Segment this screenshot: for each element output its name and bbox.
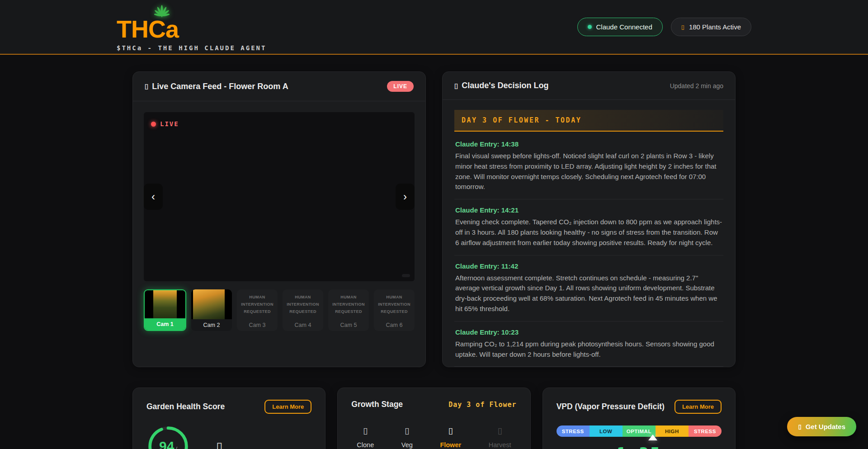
log-entry-text: Final visual sweep before lights-off. No… <box>455 151 722 192</box>
health-score-suffix: / <box>175 445 177 449</box>
log-entry: Claude Entry: 14:21 Evening check comple… <box>454 199 723 255</box>
health-score-value: 94 <box>159 439 174 449</box>
camera-thumbnails: Cam 1 Cam 2 HUMAN INTERVENTION REQUESTED… <box>144 289 415 331</box>
plant-icon: ▯ <box>681 24 684 30</box>
camera-feed-panel: ▯ Live Camera Feed - Flower Room A LIVE … <box>132 71 426 367</box>
chevron-right-icon: › <box>403 191 407 202</box>
video-camera-icon: ▯ <box>145 82 148 90</box>
cam1-preview-image <box>145 290 185 318</box>
vpd-segment-low: LOW <box>590 425 623 437</box>
camera-thumb-cam5[interactable]: HUMAN INTERVENTION REQUESTED Cam 5 <box>328 289 369 331</box>
live-badge: LIVE <box>387 81 414 92</box>
vpd-title: VPD (Vapor Pressure Deficit) <box>557 402 665 411</box>
cam3-intervention-message: HUMAN INTERVENTION REQUESTED <box>237 289 278 319</box>
growth-stage-card: Growth Stage Day 3 of Flower ▯ Clone ▯ V… <box>337 388 530 449</box>
cam3-label: Cam 3 <box>237 319 278 331</box>
plant-health-icon: ▯ <box>216 440 222 449</box>
day-banner: DAY 3 OF FLOWER - TODAY <box>454 110 723 132</box>
decision-log-title: ▯ Claude's Decision Log <box>454 81 549 90</box>
robot-icon: ▯ <box>454 82 458 90</box>
get-updates-label: Get Updates <box>806 423 845 430</box>
log-entry-time: Claude Entry: 11:42 <box>455 262 722 270</box>
stage-flower[interactable]: ▯ Flower <box>440 425 461 449</box>
plants-active-badge[interactable]: ▯ 180 Plants Active <box>671 18 751 36</box>
vpd-segment-stress-high: STRESS <box>689 425 722 437</box>
day-of-flower-label: Day 3 of Flower <box>448 401 516 409</box>
decision-log-panel: ▯ Claude's Decision Log Updated 2 min ag… <box>442 71 736 367</box>
cam4-intervention-message: HUMAN INTERVENTION REQUESTED <box>283 289 323 319</box>
log-entry-time: Claude Entry: 14:38 <box>455 140 722 148</box>
cam5-intervention-message: HUMAN INTERVENTION REQUESTED <box>328 289 369 319</box>
cam6-intervention-message: HUMAN INTERVENTION REQUESTED <box>374 289 415 319</box>
log-entry-text: Afternoon assessment complete. Stretch c… <box>455 273 722 314</box>
logo: THCa $THCa - THE HIGH CLAUDE AGENT <box>117 2 266 52</box>
cam1-label: Cam 1 <box>145 318 185 330</box>
next-camera-button[interactable]: › <box>396 184 415 210</box>
log-entry: Claude Entry: 14:38 Final visual sweep b… <box>454 133 723 199</box>
log-entry-text: Ramping CO₂ to 1,214 ppm during peak pho… <box>455 339 722 360</box>
log-entry-text: Evening check complete. Tapered CO₂ inje… <box>455 217 722 248</box>
camera-thumb-cam3[interactable]: HUMAN INTERVENTION REQUESTED Cam 3 <box>237 289 278 331</box>
live-overlay-label: LIVE <box>160 120 179 128</box>
health-score-ring: 94 / <box>146 425 190 449</box>
log-entry: Claude Entry: 11:42 Afternoon assessment… <box>454 255 723 321</box>
vpd-marker-icon <box>648 435 657 440</box>
veg-icon: ▯ <box>405 425 409 436</box>
health-learn-more-button[interactable]: Learn More <box>264 400 311 414</box>
vpd-gauge: STRESS LOW OPTIMAL HIGH STRESS <box>557 425 722 437</box>
camera-thumb-cam4[interactable]: HUMAN INTERVENTION REQUESTED Cam 4 <box>283 289 323 331</box>
cam5-label: Cam 5 <box>328 319 369 331</box>
video-control-pill[interactable] <box>402 274 410 277</box>
claude-connected-label: Claude Connected <box>596 23 652 31</box>
get-updates-button[interactable]: ▯ Get Updates <box>787 417 856 436</box>
log-entry-time: Claude Entry: 14:21 <box>455 206 722 214</box>
garden-health-card: Garden Health Score Learn More 94 / ▯ <box>132 388 326 449</box>
vpd-segment-stress-low: STRESS <box>557 425 590 437</box>
camera-panel-title: ▯ Live Camera Feed - Flower Room A <box>145 82 288 91</box>
garden-health-title: Garden Health Score <box>146 402 225 411</box>
live-overlay: LIVE <box>151 120 179 128</box>
stage-harvest[interactable]: ▯ Harvest <box>489 425 511 449</box>
camera-thumb-cam2[interactable]: Cam 2 <box>191 289 232 331</box>
vpd-learn-more-button[interactable]: Learn More <box>675 400 722 414</box>
prev-camera-button[interactable]: ‹ <box>144 184 163 210</box>
log-entry-time: Claude Entry: 10:23 <box>455 328 722 336</box>
stage-clone[interactable]: ▯ Clone <box>357 425 374 449</box>
cam4-label: Cam 4 <box>283 319 323 331</box>
logo-tagline: $THCa - THE HIGH CLAUDE AGENT <box>117 44 266 52</box>
harvest-icon: ▯ <box>497 425 502 436</box>
camera-thumb-cam1[interactable]: Cam 1 <box>144 289 186 331</box>
bell-icon: ▯ <box>798 423 801 430</box>
camera-feed-video[interactable]: LIVE ‹ › <box>144 112 415 281</box>
camera-thumb-cam6[interactable]: HUMAN INTERVENTION REQUESTED Cam 6 <box>374 289 415 331</box>
app-header: THCa $THCa - THE HIGH CLAUDE AGENT Claud… <box>0 0 868 55</box>
logo-title: THCa <box>117 18 179 41</box>
status-dot-icon <box>588 25 592 29</box>
cam2-preview-image <box>191 289 232 319</box>
flower-icon: ▯ <box>448 425 453 436</box>
cam2-label: Cam 2 <box>191 319 232 331</box>
cam6-label: Cam 6 <box>374 319 415 331</box>
claude-connected-badge[interactable]: Claude Connected <box>577 18 663 36</box>
growth-stage-title: Growth Stage <box>351 400 403 409</box>
stage-veg[interactable]: ▯ Veg <box>401 425 413 449</box>
live-dot-icon <box>151 122 156 127</box>
vpd-value: 1.35 <box>557 444 722 449</box>
clone-icon: ▯ <box>363 425 368 436</box>
chevron-left-icon: ‹ <box>151 191 155 202</box>
plants-active-label: 180 Plants Active <box>689 23 741 31</box>
vpd-segment-high: HIGH <box>656 425 689 437</box>
log-entry: Claude Entry: 10:23 Ramping CO₂ to 1,214… <box>454 321 723 367</box>
updated-timestamp: Updated 2 min ago <box>670 82 723 90</box>
vpd-card: VPD (Vapor Pressure Deficit) Learn More … <box>542 388 736 449</box>
decision-log-list[interactable]: DAY 3 OF FLOWER - TODAY Claude Entry: 14… <box>443 100 735 367</box>
